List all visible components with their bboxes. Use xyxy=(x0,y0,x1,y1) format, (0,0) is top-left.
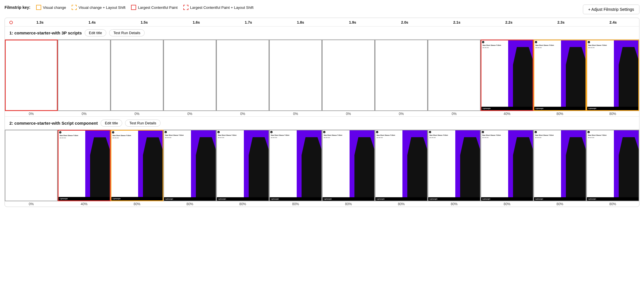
film-thumb-1-4[interactable]: ●≡New Short Sleeve T-Shirt$25.99 USDLigh… xyxy=(216,130,269,201)
frame-col-0-4: 0% xyxy=(216,40,269,116)
film-pct-1-10: 80% xyxy=(556,201,563,207)
frame-col-0-3: 0% xyxy=(163,40,216,116)
film-thumb-1-3[interactable]: ●≡New Short Sleeve T-Shirt$25.99 USDLigh… xyxy=(163,130,216,201)
filmstrip-key-label: Filmstrip key: xyxy=(5,5,30,10)
key-box-lcp xyxy=(131,5,136,10)
film-pct-0-0: 0% xyxy=(29,111,34,116)
section2-title: 2: commerce-starter-with Script componen… xyxy=(9,121,98,126)
film-pct-0-8: 0% xyxy=(452,111,456,116)
section1-frames: 0%0%0%0%0%0%0%0%0%●≡New Short Sleeve T-S… xyxy=(5,40,639,116)
frame-col-0-1: 0% xyxy=(58,40,111,116)
key-item-lcp: Largest Contentful Paint xyxy=(131,5,177,10)
timeline-tick-11: 2.4s xyxy=(587,20,639,24)
section2-test-run-details-button[interactable]: Test Run Details xyxy=(125,120,161,127)
frame-col-1-6: ●≡New Short Sleeve T-Shirt$25.99 USDLigh… xyxy=(322,130,375,207)
film-thumb-0-5[interactable] xyxy=(269,40,322,111)
film-pct-1-7: 80% xyxy=(398,201,405,207)
section1-test-run-details-button[interactable]: Test Run Details xyxy=(109,29,145,36)
timeline-tick-6: 1.9s xyxy=(327,20,379,24)
timeline-tick-9: 2.2s xyxy=(483,20,535,24)
film-pct-1-0: 0% xyxy=(29,201,34,207)
frame-col-1-2: ●≡New Short Sleeve T-Shirt$25.99 USDLigh… xyxy=(111,130,163,207)
film-thumb-0-8[interactable] xyxy=(428,40,481,111)
film-thumb-1-1[interactable]: ●≡New Short Sleeve T-Shirt$25.99 USDLigh… xyxy=(58,130,111,201)
section2-header: 2: commerce-starter-with Script componen… xyxy=(5,116,639,130)
timeline-tick-2: 1.5s xyxy=(118,20,170,24)
timeline-start-dot xyxy=(9,21,13,24)
film-thumb-1-7[interactable]: ●≡New Short Sleeve T-Shirt$25.99 USDLigh… xyxy=(375,130,428,201)
film-thumb-0-9[interactable]: ●≡New Short Sleeve T-Shirt$25.99 USDLigh… xyxy=(481,40,533,111)
frame-col-1-9: ●≡New Short Sleeve T-Shirt$25.99 USDLigh… xyxy=(481,130,533,207)
film-thumb-1-6[interactable]: ●≡New Short Sleeve T-Shirt$25.99 USDLigh… xyxy=(322,130,375,201)
film-pct-1-1: 40% xyxy=(81,201,88,207)
key-item-lcp-layout-shift: Largest Contentful Paint + Layout Shift xyxy=(183,5,254,10)
timeline-ticks: 1.3s1.4s1.5s1.6s1.7s1.8s1.9s2.0s2.1s2.2s… xyxy=(14,20,639,24)
film-thumb-0-6[interactable] xyxy=(322,40,375,111)
film-thumb-1-5[interactable]: ●≡New Short Sleeve T-Shirt$25.99 USDLigh… xyxy=(269,130,322,201)
timeline-tick-3: 1.6s xyxy=(170,20,222,24)
frame-col-1-10: ●≡New Short Sleeve T-Shirt$25.99 USDLigh… xyxy=(533,130,586,207)
section1-edit-title-button[interactable]: Edit title xyxy=(85,29,106,36)
film-thumb-1-8[interactable]: ●≡New Short Sleeve T-Shirt$25.99 USDLigh… xyxy=(428,130,481,201)
film-thumb-1-9[interactable]: ●≡New Short Sleeve T-Shirt$25.99 USDLigh… xyxy=(481,130,533,201)
key-box-lcp-layout-shift xyxy=(183,5,188,10)
section2-frames: 0%●≡New Short Sleeve T-Shirt$25.99 USDLi… xyxy=(5,130,639,207)
film-pct-1-2: 80% xyxy=(134,201,140,207)
frame-col-1-4: ●≡New Short Sleeve T-Shirt$25.99 USDLigh… xyxy=(216,130,269,207)
film-pct-0-3: 0% xyxy=(187,111,192,116)
film-thumb-0-11[interactable]: ●≡New Short Sleeve T-Shirt$25.99 USDLigh… xyxy=(586,40,639,111)
film-pct-0-1: 0% xyxy=(82,111,86,116)
film-thumb-0-1[interactable] xyxy=(58,40,111,111)
frame-col-1-3: ●≡New Short Sleeve T-Shirt$25.99 USDLigh… xyxy=(163,130,216,207)
film-thumb-0-4[interactable] xyxy=(216,40,269,111)
key-label-visual-change-layout-shift: Visual change + Layout Shift xyxy=(78,5,125,10)
film-pct-0-11: 80% xyxy=(609,111,616,116)
film-pct-1-8: 80% xyxy=(451,201,458,207)
frame-col-1-5: ●≡New Short Sleeve T-Shirt$25.99 USDLigh… xyxy=(269,130,322,207)
frame-col-0-11: ●≡New Short Sleeve T-Shirt$25.99 USDLigh… xyxy=(586,40,639,116)
film-pct-1-9: 80% xyxy=(504,201,510,207)
section1-title: 1: commerce-starter-with 3P scripts xyxy=(9,30,82,35)
frame-col-0-8: 0% xyxy=(428,40,481,116)
section1-header: 1: commerce-starter-with 3P scripts Edit… xyxy=(5,26,639,40)
frame-col-0-7: 0% xyxy=(375,40,428,116)
film-thumb-1-0[interactable] xyxy=(5,130,58,201)
key-box-visual-change-layout-shift xyxy=(72,5,77,10)
key-label-lcp: Largest Contentful Paint xyxy=(138,5,177,10)
film-pct-0-7: 0% xyxy=(399,111,404,116)
key-box-visual-change xyxy=(36,5,41,10)
key-label-visual-change: Visual change xyxy=(43,5,66,10)
frame-col-0-5: 0% xyxy=(269,40,322,116)
film-pct-1-3: 80% xyxy=(186,201,193,207)
film-pct-1-6: 80% xyxy=(345,201,352,207)
film-thumb-0-10[interactable]: ●≡New Short Sleeve T-Shirt$25.99 USDLigh… xyxy=(533,40,586,111)
frame-col-1-8: ●≡New Short Sleeve T-Shirt$25.99 USDLigh… xyxy=(428,130,481,207)
film-pct-1-5: 80% xyxy=(292,201,299,207)
key-item-visual-change: Visual change xyxy=(36,5,66,10)
film-pct-0-10: 80% xyxy=(556,111,563,116)
frame-col-1-0: 0% xyxy=(5,130,58,207)
film-thumb-0-7[interactable] xyxy=(375,40,428,111)
timeline-tick-0: 1.3s xyxy=(14,20,66,24)
film-thumb-0-2[interactable] xyxy=(111,40,163,111)
key-item-visual-change-layout-shift: Visual change + Layout Shift xyxy=(72,5,125,10)
film-pct-1-11: 80% xyxy=(609,201,616,207)
film-thumb-1-11[interactable]: ●≡New Short Sleeve T-Shirt$25.99 USDLigh… xyxy=(586,130,639,201)
film-pct-0-2: 0% xyxy=(134,111,139,116)
frame-col-1-1: ●≡New Short Sleeve T-Shirt$25.99 USDLigh… xyxy=(58,130,111,207)
timeline-tick-4: 1.7s xyxy=(222,20,274,24)
key-label-lcp-layout-shift: Largest Contentful Paint + Layout Shift xyxy=(190,5,254,10)
top-bar: Filmstrip key: Visual change Visual chan… xyxy=(5,5,639,14)
adjust-filmstrip-button[interactable]: + Adjust Filmstrip Settings xyxy=(583,5,639,14)
film-thumb-0-0[interactable] xyxy=(5,40,58,111)
timeline-tick-5: 1.8s xyxy=(275,20,327,24)
film-thumb-0-3[interactable] xyxy=(163,40,216,111)
timeline-row: 1.3s1.4s1.5s1.6s1.7s1.8s1.9s2.0s2.1s2.2s… xyxy=(5,18,639,26)
frame-col-1-7: ●≡New Short Sleeve T-Shirt$25.99 USDLigh… xyxy=(375,130,428,207)
timeline-tick-10: 2.3s xyxy=(535,20,587,24)
frame-col-0-6: 0% xyxy=(322,40,375,116)
film-thumb-1-2[interactable]: ●≡New Short Sleeve T-Shirt$25.99 USDLigh… xyxy=(111,130,163,201)
film-thumb-1-10[interactable]: ●≡New Short Sleeve T-Shirt$25.99 USDLigh… xyxy=(533,130,586,201)
film-pct-0-4: 0% xyxy=(240,111,245,116)
section2-edit-title-button[interactable]: Edit title xyxy=(101,120,122,127)
